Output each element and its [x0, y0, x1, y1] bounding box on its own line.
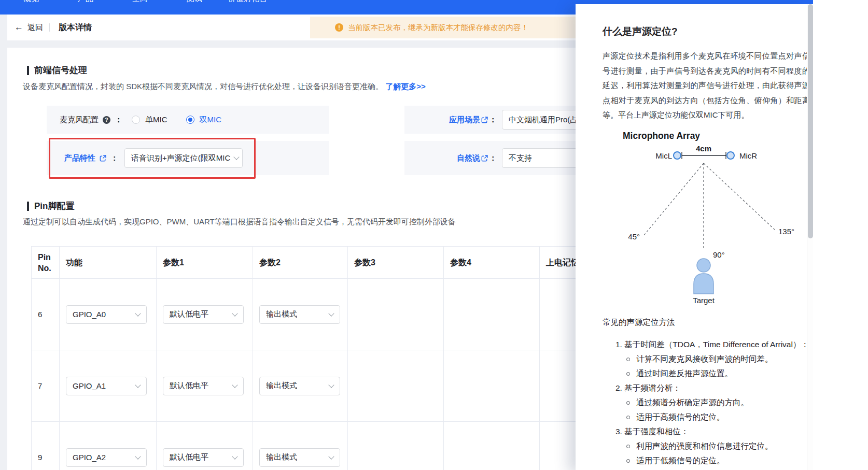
diagram-title: Microphone Array	[623, 131, 700, 141]
radio-dual-mic-label[interactable]: 双MIC	[200, 115, 222, 125]
mic-config-label: 麦克风配置	[60, 115, 99, 125]
product-feature-card: 产品特性 ： 语音识别+声源定位(限双MIC	[47, 141, 329, 175]
param2-dropdown[interactable]: 输出模式	[259, 448, 340, 467]
colon: ：	[489, 115, 497, 125]
learn-more-link[interactable]: 了解更多>>	[385, 82, 426, 91]
chevron-down-icon	[328, 310, 334, 316]
param2-value: 输出模式	[266, 309, 297, 319]
col-header-param1: 参数1	[156, 247, 253, 278]
method-item: 1. 基于时间差（TDOA，Time Difference of Arrival…	[603, 339, 810, 350]
col-header-param3: 参数3	[347, 247, 443, 278]
function-dropdown[interactable]: GPIO_A1	[66, 377, 147, 395]
chevron-down-icon	[328, 382, 334, 388]
section-title-bar	[27, 66, 29, 75]
signal-section-desc: 设备麦克风配置情况，封装的 SDK根据不同麦克风情况，对信号进行优化处理，让设备…	[23, 82, 426, 92]
external-link-icon[interactable]	[481, 155, 488, 162]
chevron-down-icon	[234, 154, 240, 160]
chevron-down-icon	[232, 310, 237, 316]
function-dropdown[interactable]: GPIO_A2	[66, 448, 147, 467]
radio-single-mic[interactable]	[132, 116, 140, 124]
product-feature-label[interactable]: 产品特性	[64, 153, 95, 163]
bullet-text: 适用于高频信号的定位。	[636, 411, 725, 423]
pin-section-title-text: Pin脚配置	[34, 200, 74, 212]
scrollbar-thumb[interactable]	[808, 4, 813, 238]
bullet-text: 通过频谱分析确定声源的方向。	[636, 397, 749, 408]
angle-90-label: 90°	[713, 250, 725, 259]
colon: ：	[489, 153, 497, 163]
method-bullet: 适用于高频信号的定位。	[603, 411, 810, 423]
bullet-text: 利用声波的强度和相位信息进行定位。	[636, 440, 773, 452]
page-title: 版本详情	[59, 15, 92, 40]
param1-dropdown[interactable]: 默认低电平	[163, 377, 244, 395]
nav-item-3[interactable]: 空间	[132, 0, 148, 4]
bullet-text: 适用于低频信号的定位。	[636, 455, 725, 466]
angle-135-label: 135°	[778, 227, 794, 236]
distance-label: 4cm	[696, 144, 711, 153]
chevron-down-icon	[135, 382, 141, 388]
nav-item-5[interactable]: 价值孵化台	[228, 0, 267, 4]
nav-item-1[interactable]: 概览	[23, 0, 39, 4]
pin-section-desc: 通过定制可以自动生成代码，实现GPIO、PWM、UART等端口根据语音指令输出自…	[23, 217, 456, 227]
target-label: Target	[693, 296, 715, 305]
scene-label[interactable]: 应用场景	[449, 115, 480, 125]
mic-left-label: MicL	[655, 151, 672, 160]
bullet-icon	[626, 372, 630, 376]
col-header-param4: 参数4	[443, 247, 539, 278]
method-item: 2. 基于频谱分析：	[603, 382, 810, 394]
radio-single-mic-label[interactable]: 单MIC	[145, 115, 167, 125]
method-bullet: 计算不同麦克风接收到声波的时间差。	[603, 353, 810, 365]
header-divider	[49, 23, 50, 32]
chevron-down-icon	[135, 453, 141, 459]
natural-speech-label[interactable]: 自然说	[457, 153, 480, 163]
external-link-icon[interactable]	[481, 117, 488, 123]
back-button[interactable]: ← 返回	[15, 15, 43, 40]
warning-text: 当前版本已发布，继承为新版本才能保存修改的内容！	[348, 23, 528, 33]
nav-item-2[interactable]: 产品	[78, 0, 93, 4]
scrollbar-track[interactable]	[807, 4, 813, 470]
param2-value: 输出模式	[266, 452, 297, 462]
bullet-text: 通过时间差反推声源位置。	[636, 368, 733, 379]
back-arrow-icon: ←	[15, 22, 23, 33]
microphone-array-diagram: Microphone Array MicL 4cm MicR 45° 135° …	[610, 127, 807, 309]
back-label: 返回	[27, 23, 43, 33]
param1-value: 默认低电平	[170, 381, 208, 391]
nav-item-4[interactable]: 测试	[187, 0, 202, 4]
param1-value: 默认低电平	[170, 309, 208, 319]
bullet-icon	[626, 401, 630, 405]
pin-number: 6	[31, 279, 59, 350]
scene-value: 中文烟机通用Pro(占	[509, 115, 578, 125]
param1-dropdown[interactable]: 默认低电平	[163, 448, 244, 467]
warning-banner: ! 当前版本已发布，继承为新版本才能保存修改的内容！	[310, 17, 608, 38]
param2-value: 输出模式	[266, 381, 297, 391]
signal-section-title: 前端信号处理	[27, 64, 87, 76]
bullet-icon	[626, 445, 630, 448]
help-icon[interactable]: ?	[103, 116, 110, 124]
col-header-param2: 参数2	[253, 247, 347, 278]
person-icon	[697, 259, 710, 272]
pin-number: 7	[31, 350, 59, 421]
methods-list: 1. 基于时间差（TDOA，Time Difference of Arrival…	[603, 339, 810, 469]
param2-dropdown[interactable]: 输出模式	[259, 377, 340, 395]
method-bullet: 利用声波的强度和相位信息进行定位。	[603, 440, 810, 452]
method-bullet: 通过时间差反推声源位置。	[603, 368, 810, 379]
param1-dropdown[interactable]: 默认低电平	[163, 305, 244, 324]
function-dropdown[interactable]: GPIO_A0	[66, 305, 147, 324]
col-header-function: 功能	[59, 247, 156, 278]
methods-title: 常见的声源定位方法	[603, 317, 675, 328]
bullet-icon	[626, 459, 630, 463]
radio-dual-mic[interactable]	[186, 116, 194, 124]
param1-value: 默认低电平	[170, 452, 208, 462]
product-feature-dropdown[interactable]: 语音识别+声源定位(限双MIC	[124, 148, 243, 168]
warning-icon: !	[335, 23, 343, 32]
angle-45-label: 45°	[628, 232, 640, 241]
chevron-down-icon	[328, 453, 334, 459]
param2-dropdown[interactable]: 输出模式	[259, 305, 340, 324]
mic-left-dot	[674, 152, 681, 159]
pin-number: 9	[31, 422, 59, 470]
function-value: GPIO_A2	[73, 453, 106, 462]
chevron-down-icon	[135, 310, 141, 316]
section-title-bar	[27, 202, 29, 211]
external-link-icon[interactable]	[100, 155, 106, 162]
dash-line-135	[704, 163, 776, 231]
mic-right-dot	[727, 152, 734, 159]
